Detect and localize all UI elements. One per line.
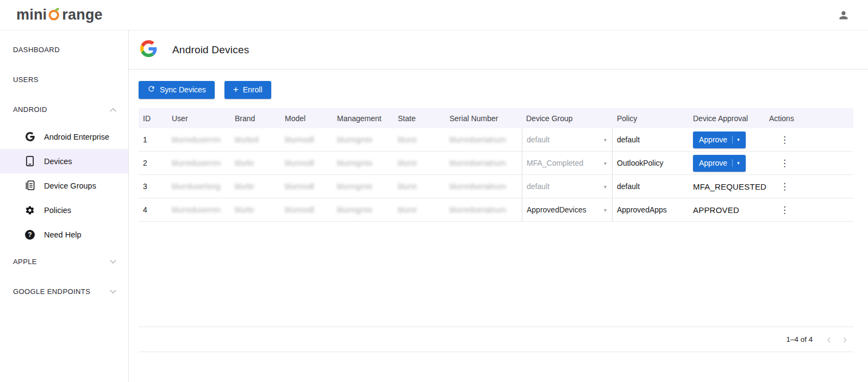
devices-table: ID User Brand Model Management State Ser… — [139, 108, 853, 222]
cell-policy: ApprovedApps — [613, 205, 689, 214]
column-header-brand: Brand — [230, 114, 280, 123]
orange-o-icon — [47, 7, 61, 25]
sync-devices-button[interactable]: Sync Devices — [139, 81, 215, 99]
cell-model: blurmodl — [280, 182, 333, 191]
table-empty-area — [139, 222, 853, 327]
google-logo-icon — [140, 40, 157, 59]
device-group-value: default — [527, 135, 549, 144]
chevron-down-icon — [110, 287, 116, 293]
sidebar-item-users[interactable]: USERS — [0, 65, 128, 95]
sidebar-item-apple[interactable]: APPLE — [0, 247, 128, 277]
cell-model: blurmodl — [280, 205, 333, 214]
main-content: Android Devices Sync Devices + Enroll — [129, 30, 868, 382]
device-group-select[interactable]: MFA_Completed ▾ — [527, 159, 612, 167]
page-title: Android Devices — [172, 44, 249, 56]
cell-brand: blurbr — [230, 205, 280, 214]
device-group-value: ApprovedDevices — [527, 205, 586, 214]
cell-device-approval: Approve ▾ — [689, 155, 765, 172]
device-group-select[interactable]: default ▾ — [527, 182, 612, 191]
cell-user: blurrduserlong — [167, 182, 230, 191]
help-icon: ? — [24, 229, 35, 240]
sidebar-item-google-endpoints[interactable]: GOOGLE ENDPOINTS — [0, 277, 128, 306]
approve-button[interactable]: Approve ▾ — [693, 131, 746, 148]
sidebar-item-label: DASHBOARD — [13, 46, 60, 54]
approve-button[interactable]: Approve ▾ — [693, 155, 746, 172]
column-header-actions: Actions — [765, 114, 853, 123]
previous-page-icon[interactable]: ‹ — [827, 334, 830, 346]
sidebar-item-policies[interactable]: Policies — [0, 198, 128, 222]
kebab-menu-icon[interactable]: ⋮ — [777, 135, 792, 145]
sidebar-item-label: Need Help — [44, 230, 82, 239]
chevron-up-icon — [110, 108, 116, 114]
cell-management: blurmgmtx — [333, 135, 394, 144]
next-page-icon[interactable]: › — [843, 334, 847, 346]
column-header-policy: Policy — [613, 114, 689, 123]
cell-serial-number: blurredserialnum — [445, 205, 522, 214]
chevron-down-icon: ▾ — [732, 159, 740, 167]
cell-device-approval: APPROVED — [689, 205, 765, 215]
enroll-button[interactable]: + Enroll — [224, 81, 271, 99]
device-group-value: default — [527, 182, 549, 191]
device-group-select[interactable]: default ▾ — [527, 135, 612, 144]
chevron-down-icon: ▾ — [604, 207, 607, 213]
column-header-management: Management — [333, 114, 394, 123]
table-row: 2 blurredusernm blurbr blurmodl blurmgmt… — [139, 152, 853, 175]
plus-icon: + — [233, 84, 239, 95]
cell-device-approval: Approve ▾ — [689, 131, 765, 148]
sidebar-item-android-enterprise[interactable]: Android Enterprise — [0, 124, 128, 149]
sidebar-item-label: USERS — [13, 76, 39, 84]
kebab-menu-icon[interactable]: ⋮ — [777, 181, 792, 192]
logo-text-mini: mini — [16, 7, 47, 23]
cell-model: blurmodl — [280, 135, 333, 144]
sidebar-item-device-groups[interactable]: Device Groups — [0, 173, 128, 198]
sidebar: DASHBOARD USERS ANDROID Android Enterpri… — [0, 30, 129, 382]
user-account-icon[interactable] — [835, 7, 852, 23]
column-header-id: ID — [139, 114, 167, 123]
cell-device-group: default ▾ — [522, 128, 613, 151]
logo-text-range: range — [62, 7, 103, 23]
device-groups-icon — [24, 180, 35, 191]
sidebar-item-devices[interactable]: Devices — [0, 149, 128, 173]
miniorange-logo: mini range — [16, 6, 103, 24]
table-header-row: ID User Brand Model Management State Ser… — [139, 108, 853, 128]
cell-id: 3 — [139, 182, 167, 191]
chevron-down-icon: ▾ — [732, 136, 740, 143]
cell-management: blurmgmtx — [333, 159, 394, 167]
chevron-down-icon: ▾ — [604, 160, 607, 166]
cell-device-group: ApprovedDevices ▾ — [522, 198, 613, 221]
cell-state: blurst — [394, 159, 445, 167]
sidebar-item-label: Device Groups — [44, 181, 96, 190]
cell-brand: blurbr — [230, 182, 280, 191]
sidebar-item-need-help[interactable]: ? Need Help — [0, 222, 128, 247]
approval-status-text: MFA_REQUESTED — [693, 182, 766, 191]
column-header-model: Model — [280, 114, 333, 123]
sidebar-item-label: APPLE — [13, 258, 37, 266]
sync-devices-label: Sync Devices — [160, 85, 206, 94]
sidebar-item-label: GOOGLE ENDPOINTS — [13, 287, 90, 296]
gear-icon — [24, 205, 35, 216]
column-header-device-approval: Device Approval — [689, 114, 765, 123]
chevron-down-icon: ▾ — [604, 137, 607, 143]
sidebar-item-dashboard[interactable]: DASHBOARD — [0, 35, 128, 65]
kebab-menu-icon[interactable]: ⋮ — [777, 205, 792, 215]
cell-state: blurst — [394, 205, 445, 214]
chevron-down-icon: ▾ — [604, 184, 607, 190]
cell-model: blurmodl — [280, 159, 333, 167]
device-group-select[interactable]: ApprovedDevices ▾ — [527, 205, 612, 214]
kebab-menu-icon[interactable]: ⋮ — [777, 158, 792, 168]
cell-policy: default — [613, 182, 689, 191]
sync-icon — [147, 85, 155, 95]
cell-serial-number: blurredserialnum — [445, 159, 522, 167]
column-header-state: State — [394, 114, 445, 123]
cell-id: 1 — [139, 135, 167, 144]
cell-brand: blurbr — [230, 159, 280, 167]
cell-user: blurredusernm — [167, 159, 230, 167]
column-header-user: User — [167, 114, 230, 123]
approval-status-text: APPROVED — [693, 205, 739, 215]
cell-device-group: default ▾ — [522, 175, 613, 198]
sidebar-item-android[interactable]: ANDROID — [0, 95, 128, 124]
pagination: 1–4 of 4 ‹ › — [139, 327, 853, 352]
cell-actions: ⋮ — [765, 134, 853, 146]
cell-brand: blurbrd — [230, 135, 280, 144]
column-header-device-group: Device Group — [522, 114, 613, 123]
